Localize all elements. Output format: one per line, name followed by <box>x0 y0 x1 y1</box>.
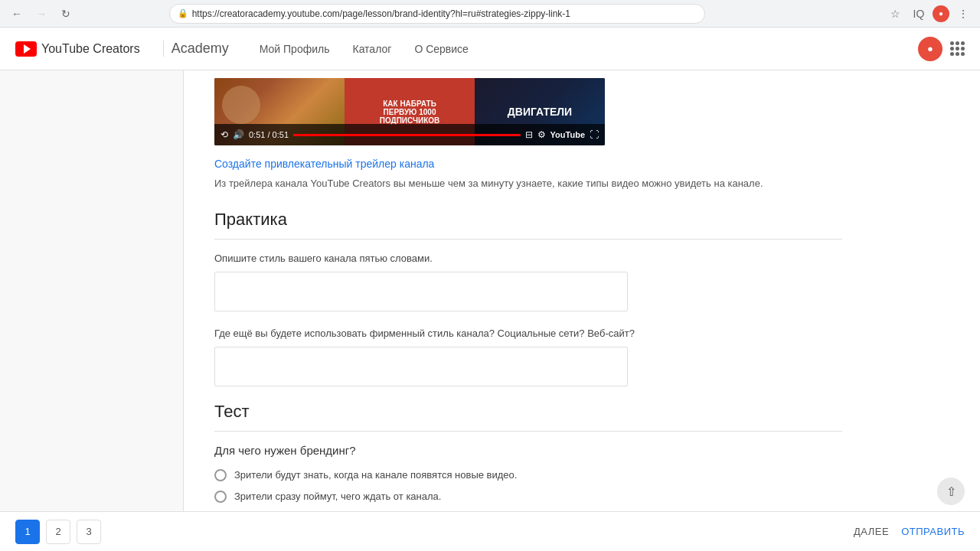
menu-icon[interactable]: ⋮ <box>954 5 972 23</box>
progress-bar[interactable] <box>293 134 521 136</box>
nav-my-profile[interactable]: Мой Профиль <box>260 43 330 55</box>
apps-grid-icon[interactable] <box>950 41 965 56</box>
sidebar <box>0 70 184 551</box>
address-bar[interactable]: 🔒 https://creatoracademy.youtube.com/pag… <box>169 4 705 24</box>
forward-button[interactable]: → <box>32 5 51 23</box>
browser-right-controls: ☆ IQ ● ⋮ <box>887 5 972 23</box>
nav-about[interactable]: О Сервисе <box>414 43 469 55</box>
radio-circle-1 <box>214 469 227 481</box>
thumb-line2: ПЕРВУЮ 1000 <box>384 108 436 116</box>
scroll-top-button[interactable]: ⇧ <box>937 478 965 505</box>
captions-button[interactable]: ⊟ <box>525 129 533 140</box>
main-layout: КАК НАБРАТЬ ПЕРВУЮ 1000 ПОДПИСЧИКОВ ДВИГ… <box>0 70 980 551</box>
content-area: КАК НАБРАТЬ ПЕРВУЮ 1000 ПОДПИСЧИКОВ ДВИГ… <box>184 70 873 551</box>
radio-label-1: Зрители будут знать, когда на канале поя… <box>234 469 517 481</box>
yt-icon <box>15 41 37 57</box>
pagination-bar: 1 2 3 ДАЛЕЕ ОТПРАВИТЬ <box>0 511 980 551</box>
thumb-right-text: ДВИГАТЕЛИ <box>508 106 572 118</box>
radio-label-2: Зрители сразу поймут, чего ждать от кана… <box>234 491 441 502</box>
video-controls: ⟲ 🔊 0:51 / 0:51 ⊟ ⚙ YouTube ⛶ <box>214 124 605 145</box>
radio-option-1[interactable]: Зрители будут знать, когда на канале поя… <box>214 469 842 481</box>
browser-chrome: ← → ↻ 🔒 https://creatoracademy.youtube.c… <box>0 0 980 28</box>
page-btn-1[interactable]: 1 <box>15 520 40 544</box>
yt-watermark: YouTube <box>550 130 585 139</box>
radio-option-2[interactable]: Зрители сразу поймут, чего ждать от кана… <box>214 491 842 503</box>
url-text: https://creatoracademy.youtube.com/page/… <box>192 8 570 19</box>
academy-label: Academy <box>163 41 229 57</box>
test-section-title: Тест <box>214 402 842 432</box>
settings-button[interactable]: ⚙ <box>537 129 546 140</box>
refresh-button[interactable]: ↻ <box>57 5 75 23</box>
youtube-logo: YouTube Creators <box>15 41 140 57</box>
thumb-line3: ПОДПИСЧИКОВ <box>380 116 440 125</box>
logo-text: YouTube Creators <box>41 42 140 56</box>
extension-icon[interactable]: IQ <box>910 5 928 23</box>
progress-fill <box>293 134 521 136</box>
nav-catalog[interactable]: Каталог <box>352 43 391 55</box>
practice-question-1: Опишите стиль вашего канала пятью словам… <box>214 252 842 266</box>
video-player[interactable]: КАК НАБРАТЬ ПЕРВУЮ 1000 ПОДПИСЧИКОВ ДВИГ… <box>214 78 605 145</box>
submit-button[interactable]: ОТПРАВИТЬ <box>901 526 965 537</box>
browser-profile[interactable]: ● <box>933 5 949 22</box>
back-button[interactable]: ← <box>8 5 26 23</box>
thumb-line1: КАК НАБРАТЬ <box>383 99 436 108</box>
channel-trailer-link[interactable]: Создайте привлекательный трейлер канала <box>214 158 842 170</box>
page-btn-3[interactable]: 3 <box>77 520 101 544</box>
page-btn-2[interactable]: 2 <box>46 520 70 544</box>
fullscreen-button[interactable]: ⛶ <box>590 129 599 140</box>
video-time: 0:51 / 0:51 <box>249 130 289 139</box>
bookmark-icon[interactable]: ☆ <box>887 5 905 23</box>
practice-textarea-1[interactable] <box>214 272 628 311</box>
header-right: ● <box>918 37 965 61</box>
pagination-right: ДАЛЕЕ ОТПРАВИТЬ <box>854 526 965 537</box>
lock-icon: 🔒 <box>178 8 188 18</box>
site-header: YouTube Creators Academy Мой Профиль Кат… <box>0 28 980 70</box>
practice-textarea-2[interactable] <box>214 347 628 386</box>
volume-button[interactable]: 🔊 <box>233 129 244 140</box>
header-nav: Мой Профиль Каталог О Сервисе <box>260 43 469 55</box>
practice-section-title: Практика <box>214 210 842 240</box>
radio-circle-2 <box>214 491 227 503</box>
test-question: Для чего нужен брендинг? <box>214 444 842 457</box>
practice-question-2: Где ещё вы будете использовать фирменный… <box>214 327 842 341</box>
next-button[interactable]: ДАЛЕЕ <box>854 526 889 537</box>
user-avatar[interactable]: ● <box>918 37 942 61</box>
channel-description: Из трейлера канала YouTube Creators вы м… <box>214 176 842 191</box>
video-container: КАК НАБРАТЬ ПЕРВУЮ 1000 ПОДПИСЧИКОВ ДВИГ… <box>214 78 842 145</box>
rewind-button[interactable]: ⟲ <box>220 129 228 140</box>
